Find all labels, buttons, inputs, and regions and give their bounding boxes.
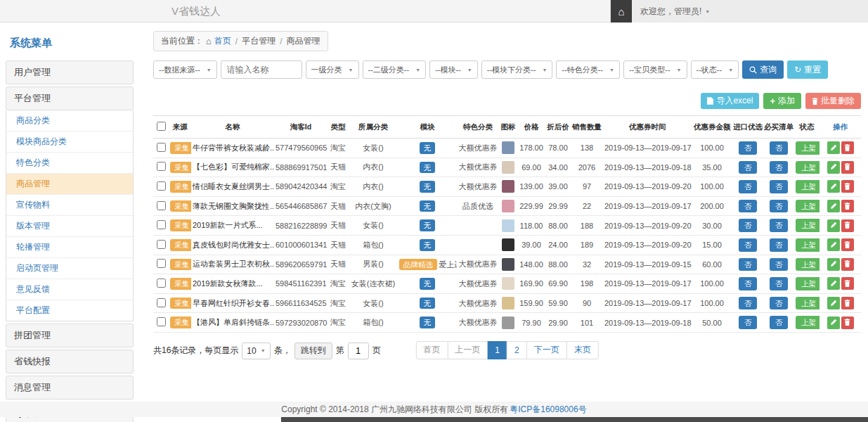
sidebar-group[interactable]: 省钱快报 xyxy=(6,350,134,373)
status-toggle[interactable]: 上架 xyxy=(796,161,820,174)
status-toggle[interactable]: 上架 xyxy=(796,141,820,155)
add-button[interactable]: + 添加 xyxy=(763,93,801,109)
status-toggle[interactable]: 上架 xyxy=(796,238,820,252)
import-select-toggle[interactable]: 否 xyxy=(739,297,758,310)
status-toggle[interactable]: 上架 xyxy=(796,277,820,290)
sidebar-group[interactable]: 平台管理 xyxy=(6,87,134,110)
home-button[interactable]: ⌂ xyxy=(611,0,632,23)
import-select-toggle[interactable]: 否 xyxy=(739,219,758,232)
filter-select[interactable]: --宝贝类型--▼ xyxy=(623,60,687,79)
name-search-input[interactable] xyxy=(221,60,302,79)
edit-button[interactable] xyxy=(827,219,840,232)
delete-button[interactable] xyxy=(841,141,854,154)
edit-button[interactable] xyxy=(827,141,840,154)
filter-select[interactable]: --数据来源--▼ xyxy=(153,60,217,79)
row-checkbox[interactable] xyxy=(157,259,166,268)
batch-delete-button[interactable]: 批量删除 xyxy=(805,93,861,109)
must-buy-toggle[interactable]: 否 xyxy=(770,200,789,213)
sidebar-group[interactable]: 用户管理 xyxy=(6,60,134,84)
delete-button[interactable] xyxy=(841,316,854,329)
reset-button[interactable]: ↻ 重置 xyxy=(787,60,828,79)
row-checkbox[interactable] xyxy=(157,162,166,171)
sidebar-item[interactable]: 模块商品分类 xyxy=(6,132,133,153)
per-page-select[interactable]: 10 ▼ xyxy=(242,343,270,359)
jump-button[interactable]: 跳转到 xyxy=(294,343,332,359)
sidebar-item[interactable]: 特色分类 xyxy=(6,153,133,174)
select-all-checkbox[interactable] xyxy=(157,122,166,131)
filter-select[interactable]: --状态--▼ xyxy=(691,60,739,79)
page-number-input[interactable] xyxy=(348,343,369,359)
row-checkbox[interactable] xyxy=(157,201,166,210)
must-buy-toggle[interactable]: 否 xyxy=(770,316,789,329)
import-select-toggle[interactable]: 否 xyxy=(739,200,758,213)
row-checkbox[interactable] xyxy=(157,279,166,288)
delete-button[interactable] xyxy=(841,258,854,271)
import-select-toggle[interactable]: 否 xyxy=(739,277,758,290)
search-button[interactable]: 查询 xyxy=(742,60,784,79)
pager-current-page[interactable]: 1 xyxy=(487,341,507,359)
must-buy-toggle[interactable]: 否 xyxy=(770,258,789,271)
delete-button[interactable] xyxy=(841,180,854,193)
delete-button[interactable] xyxy=(841,297,854,309)
pager-button[interactable]: 下一页 xyxy=(526,341,567,359)
sidebar-item[interactable]: 平台配置 xyxy=(6,300,133,321)
status-toggle[interactable]: 上架 xyxy=(796,200,820,213)
pager-button[interactable]: 首页 xyxy=(415,341,448,359)
must-buy-toggle[interactable]: 否 xyxy=(770,297,789,310)
row-checkbox[interactable] xyxy=(157,220,166,229)
filter-select[interactable]: 一级分类▼ xyxy=(306,60,359,79)
sidebar-item[interactable]: 商品分类 xyxy=(6,110,133,132)
delete-button[interactable] xyxy=(841,161,854,174)
delete-button[interactable] xyxy=(841,277,854,290)
edit-button[interactable] xyxy=(827,258,840,271)
status-toggle[interactable]: 上架 xyxy=(796,180,820,193)
import-select-toggle[interactable]: 否 xyxy=(739,316,758,329)
edit-button[interactable] xyxy=(827,161,840,174)
sidebar-item[interactable]: 宣传物料 xyxy=(6,195,133,216)
must-buy-toggle[interactable]: 否 xyxy=(770,161,789,174)
filter-select[interactable]: --模块--▼ xyxy=(429,60,478,79)
status-toggle[interactable]: 上架 xyxy=(796,258,820,271)
filter-select[interactable]: --特色分类--▼ xyxy=(556,60,620,79)
filter-select[interactable]: --模块下分类--▼ xyxy=(481,60,553,79)
edit-button[interactable] xyxy=(827,316,840,329)
sidebar-item-active[interactable]: 商品管理 xyxy=(6,174,133,195)
user-menu[interactable]: 欢迎您，管理员! ▼ xyxy=(632,0,718,23)
must-buy-toggle[interactable]: 否 xyxy=(770,180,789,193)
row-checkbox[interactable] xyxy=(157,240,166,249)
row-checkbox[interactable] xyxy=(157,143,166,152)
edit-button[interactable] xyxy=(827,200,840,212)
row-checkbox[interactable] xyxy=(157,317,166,326)
edit-button[interactable] xyxy=(827,238,840,251)
status-toggle[interactable]: 上架 xyxy=(796,219,820,232)
delete-button[interactable] xyxy=(841,200,854,212)
status-toggle[interactable]: 上架 xyxy=(796,316,820,329)
filter-select[interactable]: --二级分类--▼ xyxy=(363,60,427,79)
import-excel-button[interactable]: 导入excel xyxy=(701,93,759,109)
edit-button[interactable] xyxy=(827,297,840,309)
status-toggle[interactable]: 上架 xyxy=(796,297,820,310)
import-select-toggle[interactable]: 否 xyxy=(739,258,758,271)
must-buy-toggle[interactable]: 否 xyxy=(770,141,789,155)
sidebar-group[interactable]: 消息管理 xyxy=(6,376,134,399)
import-select-toggle[interactable]: 否 xyxy=(739,161,758,174)
pager-button[interactable]: 上一页 xyxy=(447,341,488,359)
breadcrumb-home-link[interactable]: 首页 xyxy=(214,35,231,47)
row-checkbox[interactable] xyxy=(157,298,166,307)
edit-button[interactable] xyxy=(827,277,840,290)
edit-button[interactable] xyxy=(827,180,840,193)
sidebar-group[interactable]: 拼团管理 xyxy=(6,324,134,347)
sidebar-item[interactable]: 版本管理 xyxy=(6,216,133,237)
icp-link[interactable]: 粤ICP备16098006号 xyxy=(510,404,586,416)
delete-button[interactable] xyxy=(841,219,854,232)
sidebar-item[interactable]: 轮播管理 xyxy=(6,237,133,258)
sidebar-item[interactable]: 启动页管理 xyxy=(6,258,133,279)
pager-button[interactable]: 2 xyxy=(507,341,527,359)
import-select-toggle[interactable]: 否 xyxy=(739,141,758,155)
import-select-toggle[interactable]: 否 xyxy=(739,180,758,193)
must-buy-toggle[interactable]: 否 xyxy=(770,238,789,252)
sidebar-item[interactable]: 意见反馈 xyxy=(6,279,133,300)
must-buy-toggle[interactable]: 否 xyxy=(770,277,789,290)
pager-button[interactable]: 末页 xyxy=(566,341,599,359)
delete-button[interactable] xyxy=(841,238,854,251)
